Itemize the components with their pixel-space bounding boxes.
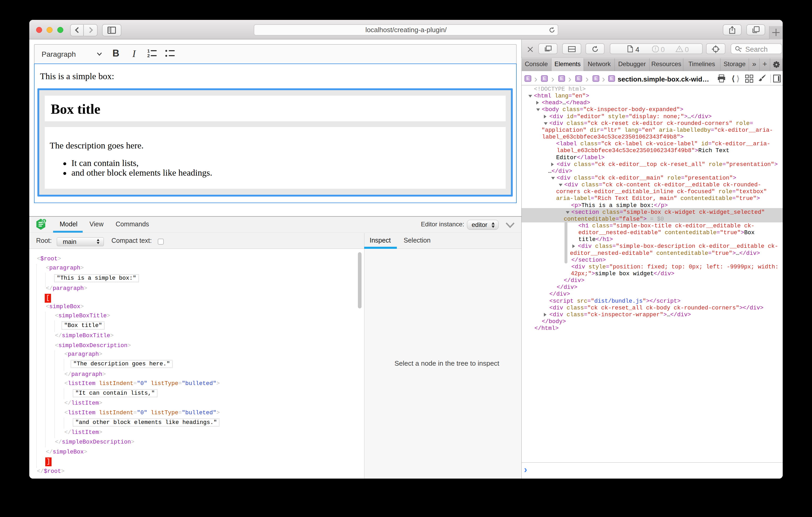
svg-text:!: ! xyxy=(655,47,656,51)
svg-text:5: 5 xyxy=(44,219,45,223)
